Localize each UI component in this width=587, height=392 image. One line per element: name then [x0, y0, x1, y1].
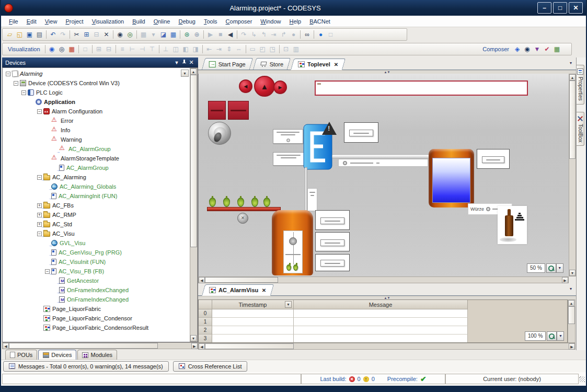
side-tab-properties[interactable]: Properties [577, 65, 584, 105]
visu-button[interactable] [349, 130, 373, 136]
scrollbar-thumb[interactable] [190, 75, 197, 247]
tree-item-ac-rmp[interactable]: +→AC_RMP [3, 210, 189, 220]
tree-item-ac-std[interactable]: +→AC_Std [3, 220, 189, 229]
menu-online[interactable]: Online [150, 17, 174, 26]
visu-zoom-out-icon[interactable]: ◎ [57, 44, 67, 54]
menu-file[interactable]: File [5, 17, 22, 26]
scroll-up-icon[interactable]: ▲ [568, 300, 574, 306]
splitter[interactable]: ▲▼ [198, 296, 576, 299]
tab-list-dropdown-icon[interactable]: ▾ [570, 286, 572, 291]
resize-grip[interactable] [579, 376, 585, 382]
alarm-red-button-1[interactable] [208, 101, 226, 120]
tree-item-page-liquorfabric[interactable]: −Page_LiquorFabric [3, 304, 189, 314]
menu-window[interactable]: Window [257, 17, 284, 26]
tree-item-warning[interactable]: −Warning [3, 135, 189, 144]
tree-item-application[interactable]: −Application [3, 97, 189, 107]
menu-debug[interactable]: Debug [175, 17, 199, 26]
cut-icon[interactable]: ✂ [72, 30, 82, 40]
zoom-dropdown-icon[interactable]: ▼ [557, 331, 564, 341]
tab-start-page[interactable]: Start Page [202, 58, 253, 70]
tree-item-page-liquorfabric-condensor[interactable]: −Page_LiquorFabric_Condensor [3, 314, 189, 323]
tree-item-ac-visu-fb-fb[interactable]: −→AC_Visu_FB (FB) [3, 267, 189, 276]
tree-item-ac-alarming-globals[interactable]: −→AC_Alarming_Globals [3, 182, 189, 191]
column-header-timestamp[interactable]: Timestamp▼ [212, 300, 294, 309]
close-icon[interactable]: ✕ [262, 287, 266, 293]
print-icon[interactable]: ▤ [34, 30, 44, 40]
splitter[interactable]: ▲▼ [198, 70, 576, 74]
panel-tab-pous[interactable]: POUs [5, 350, 37, 360]
tree-item-alarming[interactable]: −Alarming [3, 69, 189, 78]
menu-build[interactable]: Build [129, 17, 148, 26]
tree-item-ac-fbs[interactable]: +→AC_FBs [3, 201, 189, 210]
open-file-icon[interactable]: ◱ [15, 30, 25, 40]
tree-item-ac-visu[interactable]: −→AC_Visu [3, 229, 189, 238]
nav-right-button[interactable]: ► [273, 80, 287, 94]
tree-item-alarm-configuration[interactable]: −Alarm Configuration [3, 107, 189, 116]
messages-tab[interactable]: Messages - Total 0 error(s), 0 warning(s… [3, 361, 169, 372]
watch-icon[interactable]: ∞ [302, 30, 312, 40]
tree-item-onframeindexchanged[interactable]: −→OnFrameIndexChanged [3, 295, 189, 304]
expander-icon[interactable]: − [6, 72, 10, 76]
visu-button[interactable] [482, 156, 504, 163]
login-icon[interactable]: ◀ [225, 30, 235, 40]
visu-elements-icon[interactable]: ▦ [67, 44, 77, 54]
generate-code-icon[interactable]: ⊕ [192, 30, 202, 40]
scroll-up-icon[interactable]: ▲ [190, 68, 197, 75]
screen-grid-icon[interactable]: ▦ [168, 30, 178, 40]
canvas-horizontal-scrollbar[interactable]: ◀ ▶ [198, 276, 569, 283]
undo-icon[interactable]: ↶ [48, 30, 58, 40]
tree-item-ac-alarminginit-fun[interactable]: −→AC_AlarmingInit (FUN) [3, 191, 189, 201]
tree-item-onframeindexchanged[interactable]: −→OnFrameIndexChanged [3, 285, 189, 295]
scroll-left-icon[interactable]: ◀ [199, 343, 205, 350]
scrollbar-thumb[interactable] [569, 80, 576, 159]
visu-button[interactable] [320, 239, 344, 246]
menu-tools[interactable]: Tools [200, 17, 221, 26]
pin-icon[interactable] [180, 59, 188, 66]
composer-check-icon[interactable]: ✔ [542, 44, 552, 54]
scrollbar-thumb[interactable] [205, 277, 278, 283]
tree-item-plc-logic[interactable]: −PLC Logic [3, 88, 189, 97]
menu-edit[interactable]: Edit [23, 17, 40, 26]
scrollbar-thumb[interactable] [9, 343, 158, 349]
scroll-right-icon[interactable]: ▶ [191, 343, 198, 349]
scroll-down-icon[interactable]: ▼ [569, 270, 576, 276]
nav-left-button[interactable]: ◄ [239, 79, 252, 93]
scroll-right-icon[interactable]: ▶ [569, 343, 575, 350]
close-icon[interactable]: ✕ [334, 62, 338, 67]
find-replace-icon[interactable]: ◎ [125, 30, 135, 40]
menu-bacnet[interactable]: BACNet [306, 17, 334, 26]
alarm-red-button-2[interactable] [228, 101, 249, 120]
tree-item-alarmstoragetemplate[interactable]: −AlarmStorageTemplate [3, 154, 189, 163]
tab-toplevel[interactable]: Toplevel✕ [291, 59, 346, 70]
tree-item-gvl-visu[interactable]: −→GVL_Visu [3, 238, 189, 248]
tree-vertical-scrollbar[interactable]: ▲ ▼ [190, 68, 198, 342]
tree-item-ac-alarming[interactable]: −→AC_Alarming [3, 172, 189, 182]
expander-icon[interactable]: − [14, 81, 18, 86]
scroll-up-icon[interactable]: ▲ [569, 74, 576, 80]
expander-icon[interactable]: − [21, 90, 26, 95]
panel-tab-devices[interactable]: Devices [38, 350, 76, 360]
new-file-icon[interactable]: ▱ [5, 30, 15, 40]
table-vertical-scrollbar[interactable]: ▲ [568, 299, 576, 343]
save-icon[interactable]: ▣ [25, 30, 34, 40]
cross-reference-tab[interactable]: Cross Reference List [173, 361, 248, 372]
window-maximize-button[interactable]: □ [553, 2, 567, 14]
nav-up-button[interactable]: ▲ [254, 76, 275, 97]
tree-item-device-codesys-control-win-v3[interactable]: −Device (CODESYS Control Win V3) [3, 78, 189, 88]
tree-horizontal-scrollbar[interactable]: ◀ ▶ [2, 342, 198, 349]
sort-dropdown-icon[interactable]: ▼ [285, 301, 292, 308]
tab-store[interactable]: Store [253, 58, 291, 70]
valve-icon[interactable]: ✕ [237, 213, 248, 224]
online-config-icon[interactable]: ● [316, 30, 326, 40]
table-horizontal-scrollbar[interactable]: ◀ ▶ [198, 343, 576, 350]
copy-icon[interactable]: ⊞ [82, 30, 91, 40]
menu-help[interactable]: Help [285, 17, 305, 26]
panel-menu-dropdown-icon[interactable]: ▼ [173, 60, 180, 65]
tree-item-error[interactable]: −Error [3, 116, 189, 125]
new-object-icon[interactable]: ◪ [158, 30, 168, 40]
zoom-value[interactable]: 50 % [527, 263, 545, 273]
tree-item-page-liquorfabric-condensorresult[interactable]: −Page_LiquorFabric_CondensorResult [3, 323, 189, 332]
composer-grid-icon[interactable]: ▦ [552, 44, 562, 54]
canvas-vertical-scrollbar[interactable]: ▲ ▼ [569, 74, 576, 276]
menu-project[interactable]: Project [62, 17, 87, 26]
